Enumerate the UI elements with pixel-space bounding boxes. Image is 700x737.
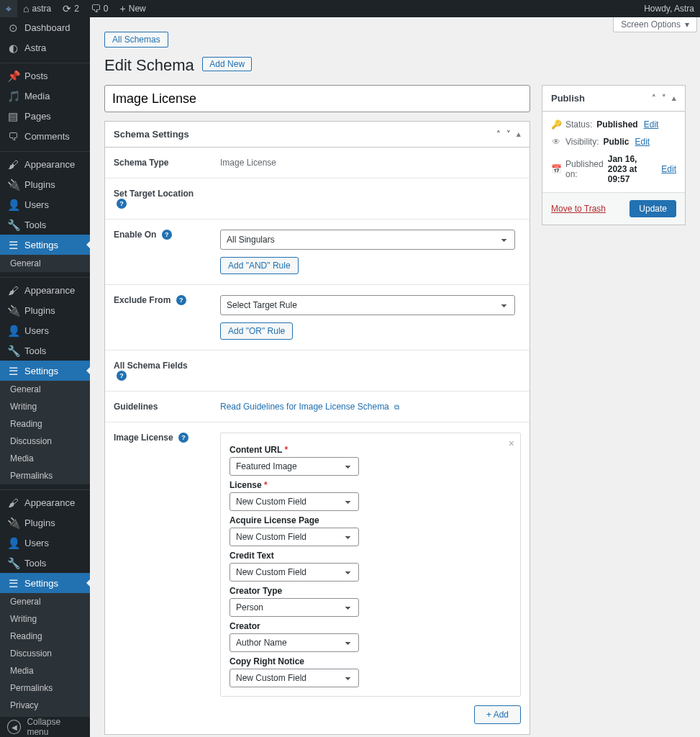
sub-writing[interactable]: Writing <box>0 398 90 415</box>
new-label: New <box>129 4 146 14</box>
sub-general[interactable]: General <box>0 255 90 272</box>
field-license: License * New Custom Field <box>229 480 512 511</box>
menu-media[interactable]: 🎵Media <box>0 86 90 106</box>
menu-plugins-2[interactable]: 🔌Plugins <box>0 300 90 320</box>
caret-up-icon[interactable]: ▴ <box>517 130 521 139</box>
sub-discussion[interactable]: Discussion <box>0 645 90 662</box>
menu-astra[interactable]: ◐Astra <box>0 37 90 58</box>
help-icon[interactable]: ? <box>162 230 172 240</box>
menu-settings-3[interactable]: ☰Settings <box>0 573 90 593</box>
add-new-button[interactable]: Add New <box>202 57 252 71</box>
menu-tools-3[interactable]: 🔧Tools <box>0 553 90 573</box>
credit-text-select[interactable]: New Custom Field <box>229 563 359 582</box>
menu-label: Users <box>24 325 49 336</box>
howdy-link[interactable]: Howdy, Astra <box>638 0 700 17</box>
menu-label: Users <box>24 538 49 548</box>
menu-users[interactable]: 👤Users <box>0 194 90 214</box>
plus-icon: + <box>120 4 126 14</box>
update-button[interactable]: Update <box>629 200 676 217</box>
comments-link[interactable]: 🗨0 <box>85 0 114 17</box>
menu-comments[interactable]: 🗨Comments <box>0 126 90 146</box>
site-name: astra <box>32 4 51 14</box>
menu-appearance[interactable]: 🖌Appearance <box>0 154 90 174</box>
menu-plugins-3[interactable]: 🔌Plugins <box>0 512 90 533</box>
move-to-trash-link[interactable]: Move to Trash <box>551 204 606 214</box>
sub-reading[interactable]: Reading <box>0 415 90 433</box>
eye-icon: 👁 <box>551 137 561 147</box>
sub-writing[interactable]: Writing <box>0 610 90 628</box>
sub-media[interactable]: Media <box>0 662 90 679</box>
field-label-text: Creator <box>229 621 512 631</box>
caret-up-icon[interactable]: ▴ <box>672 94 676 103</box>
add-and-rule-button[interactable]: Add "AND" Rule <box>220 257 299 274</box>
new-link[interactable]: +New <box>114 0 152 17</box>
menu-label: Plugins <box>24 305 55 316</box>
license-select[interactable]: New Custom Field <box>229 492 359 511</box>
creator-select[interactable]: Author Name <box>229 633 359 652</box>
menu-appearance-2[interactable]: 🖌Appearance <box>0 280 90 300</box>
help-icon[interactable]: ? <box>117 199 127 209</box>
target-location-text: Set Target Location <box>114 189 194 199</box>
acquire-license-select[interactable]: New Custom Field <box>229 528 359 546</box>
sub-general[interactable]: General <box>0 381 90 398</box>
chevron-up-icon[interactable]: ˄ <box>652 94 656 103</box>
chevron-down-icon: ▾ <box>685 19 689 30</box>
add-or-rule-button[interactable]: Add "OR" Rule <box>220 322 293 340</box>
chevron-up-icon[interactable]: ˄ <box>496 130 501 139</box>
postbox-title: Schema Settings <box>114 129 189 140</box>
publish-visibility-row: 👁 Visibility: Public Edit <box>542 133 685 150</box>
guidelines-link[interactable]: Read Guidelines for Image License Schema… <box>220 402 399 412</box>
site-link[interactable]: ⌂astra <box>17 0 57 17</box>
collapse-menu[interactable]: ◀ Collapse menu <box>0 717 90 737</box>
field-creator-type: Creator Type Person <box>229 586 512 617</box>
sub-permalinks[interactable]: Permalinks <box>0 467 90 484</box>
edit-status-link[interactable]: Edit <box>644 119 659 130</box>
menu-users-3[interactable]: 👤Users <box>0 533 90 553</box>
edit-visibility-link[interactable]: Edit <box>635 137 650 147</box>
enable-on-label: Enable On ? <box>105 220 212 284</box>
wp-logo[interactable]: ⌖ <box>0 0 17 17</box>
edit-date-link[interactable]: Edit <box>661 164 676 174</box>
exclude-from-select[interactable]: Select Target Rule <box>220 295 515 315</box>
add-repeater-button[interactable]: + Add <box>474 705 521 724</box>
menu-settings-2[interactable]: ☰Settings <box>0 361 90 381</box>
menu-pages[interactable]: ▤Pages <box>0 106 90 126</box>
enable-on-select[interactable]: All Singulars <box>220 230 515 250</box>
close-icon[interactable]: × <box>509 438 514 449</box>
menu-label: Plugins <box>24 517 55 528</box>
chevron-down-icon[interactable]: ˅ <box>662 94 666 103</box>
screen-options-tab[interactable]: Screen Options ▾ <box>613 17 697 32</box>
sub-permalinks[interactable]: Permalinks <box>0 679 90 697</box>
sub-privacy[interactable]: Privacy <box>0 697 90 714</box>
help-icon[interactable]: ? <box>176 295 186 305</box>
schema-title-input[interactable] <box>104 85 530 112</box>
menu-appearance-3[interactable]: 🖌Appearance <box>0 492 90 512</box>
help-icon[interactable]: ? <box>178 433 188 443</box>
menu-dashboard[interactable]: ⊙Dashboard <box>0 17 90 37</box>
all-schemas-button[interactable]: All Schemas <box>104 32 168 48</box>
status-label: Status: <box>565 119 592 130</box>
sub-discussion[interactable]: Discussion <box>0 433 90 450</box>
content-url-select[interactable]: Featured Image <box>229 457 359 476</box>
brush-icon: 🖌 <box>7 159 19 170</box>
updates-link[interactable]: ⟳2 <box>57 0 85 17</box>
page-icon: ▤ <box>7 111 19 122</box>
creator-type-select[interactable]: Person <box>229 598 359 617</box>
visibility-value: Public <box>603 137 629 147</box>
menu-plugins[interactable]: 🔌Plugins <box>0 174 90 194</box>
menu-posts[interactable]: 📌Posts <box>0 65 90 86</box>
menu-tools-2[interactable]: 🔧Tools <box>0 340 90 361</box>
field-content-url: Content URL * Featured Image <box>229 445 512 476</box>
sub-media[interactable]: Media <box>0 450 90 467</box>
key-icon: 🔑 <box>551 119 561 130</box>
help-icon[interactable]: ? <box>117 371 127 381</box>
menu-users-2[interactable]: 👤Users <box>0 320 90 340</box>
field-label-text: Creator Type <box>229 586 512 596</box>
menu-settings-1[interactable]: ☰Settings <box>0 235 90 255</box>
field-label-text: Content URL <box>229 445 282 455</box>
copyright-select[interactable]: New Custom Field <box>229 669 359 687</box>
sub-reading[interactable]: Reading <box>0 628 90 645</box>
chevron-down-icon[interactable]: ˅ <box>506 130 511 139</box>
menu-tools[interactable]: 🔧Tools <box>0 214 90 235</box>
sub-general[interactable]: General <box>0 593 90 610</box>
